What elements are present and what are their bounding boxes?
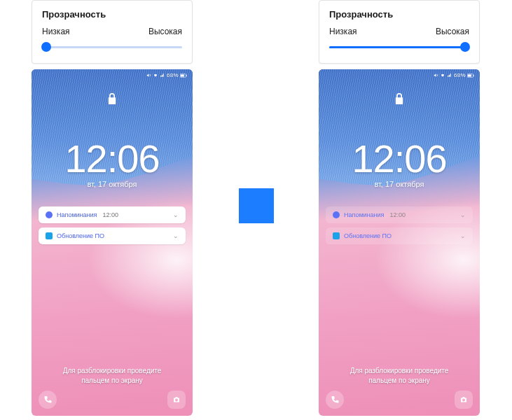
notif-detail: 12:00	[102, 211, 118, 218]
mute-icon	[146, 73, 151, 78]
notification-update[interactable]: Обновление ПО ⌄	[326, 227, 473, 244]
notif-app: Обновление ПО	[344, 232, 392, 239]
bell-icon	[46, 211, 53, 218]
label-high: Высокая	[148, 27, 182, 36]
phone-icon	[331, 396, 339, 404]
notif-app: Напоминания	[57, 211, 97, 218]
lock-icon	[107, 93, 117, 104]
notification-reminder[interactable]: Напоминания 12:00 ⌄	[326, 206, 473, 223]
mute-icon	[434, 73, 438, 78]
label-low: Низкая	[42, 27, 70, 36]
clock-time: 12:06	[319, 139, 480, 178]
lockscreen-preview: 68% 12:06 вт, 17 октября Напоминания 12:…	[32, 69, 193, 416]
phone-shortcut[interactable]	[39, 391, 57, 409]
transparency-slider[interactable]	[42, 42, 182, 52]
camera-icon	[459, 396, 468, 404]
signal-icon	[160, 73, 165, 78]
notif-app: Обновление ПО	[57, 232, 104, 239]
svg-rect-1	[181, 74, 184, 76]
svg-rect-5	[473, 74, 474, 76]
phone-shortcut[interactable]	[326, 391, 344, 409]
variant-high-transparency: Прозрачность Низкая Высокая 68%	[319, 0, 480, 416]
phone-icon	[43, 396, 52, 404]
camera-shortcut[interactable]	[167, 391, 186, 409]
card-title: Прозрачность	[42, 9, 182, 20]
transparency-card: Прозрачность Низкая Высокая	[319, 0, 480, 64]
svg-rect-4	[468, 74, 471, 76]
battery-icon	[180, 74, 187, 78]
wifi-icon	[153, 73, 158, 78]
update-icon	[46, 232, 53, 239]
chevron-down-icon[interactable]: ⌄	[173, 232, 179, 239]
slider-fill	[329, 46, 465, 48]
card-title: Прозрачность	[329, 9, 469, 20]
signal-icon	[447, 73, 452, 78]
notifications: Напоминания 12:00 ⌄ Обновление ПО ⌄	[326, 206, 473, 248]
notification-reminder[interactable]: Напоминания 12:00 ⌄	[39, 206, 186, 223]
clock-date: вт, 17 октября	[32, 180, 193, 188]
slider-thumb[interactable]	[460, 42, 470, 52]
clock-date: вт, 17 октября	[319, 180, 480, 188]
unlock-hint: Для разблокировки проведите пальцем по э…	[32, 366, 193, 385]
chevron-down-icon[interactable]: ⌄	[460, 232, 466, 239]
notifications: Напоминания 12:00 ⌄ Обновление ПО ⌄	[39, 206, 186, 248]
notif-detail: 12:00	[389, 211, 406, 218]
label-high: Высокая	[436, 27, 469, 36]
notification-update[interactable]: Обновление ПО ⌄	[39, 227, 186, 244]
slider-labels: Низкая Высокая	[329, 27, 469, 36]
label-low: Низкая	[329, 27, 357, 36]
clock-time: 12:06	[32, 139, 193, 178]
transparency-slider[interactable]	[329, 42, 469, 52]
battery-icon	[467, 74, 474, 78]
update-icon	[333, 232, 340, 239]
camera-shortcut[interactable]	[455, 391, 473, 409]
slider-thumb[interactable]	[41, 42, 51, 52]
camera-icon	[172, 396, 181, 404]
arrow-block	[239, 188, 274, 223]
unlock-hint: Для разблокировки проведите пальцем по э…	[319, 366, 480, 385]
chevron-down-icon[interactable]: ⌄	[460, 211, 466, 218]
lockscreen-preview: 68% 12:06 вт, 17 октября Напоминания 12:…	[319, 69, 480, 416]
variant-low-transparency: Прозрачность Низкая Высокая 68%	[32, 0, 193, 416]
wifi-icon	[440, 73, 445, 78]
battery-text: 68%	[454, 72, 466, 78]
chevron-down-icon[interactable]: ⌄	[173, 211, 179, 218]
clock: 12:06 вт, 17 октября	[319, 139, 480, 188]
slider-labels: Низкая Высокая	[42, 27, 182, 36]
status-bar: 68%	[146, 72, 187, 78]
svg-rect-2	[186, 74, 187, 76]
lock-icon	[394, 93, 404, 104]
clock: 12:06 вт, 17 октября	[32, 139, 193, 188]
notif-app: Напоминания	[344, 211, 384, 218]
status-bar: 68%	[434, 72, 474, 78]
bell-icon	[333, 211, 340, 218]
transparency-card: Прозрачность Низкая Высокая	[32, 0, 193, 64]
battery-text: 68%	[167, 72, 179, 78]
